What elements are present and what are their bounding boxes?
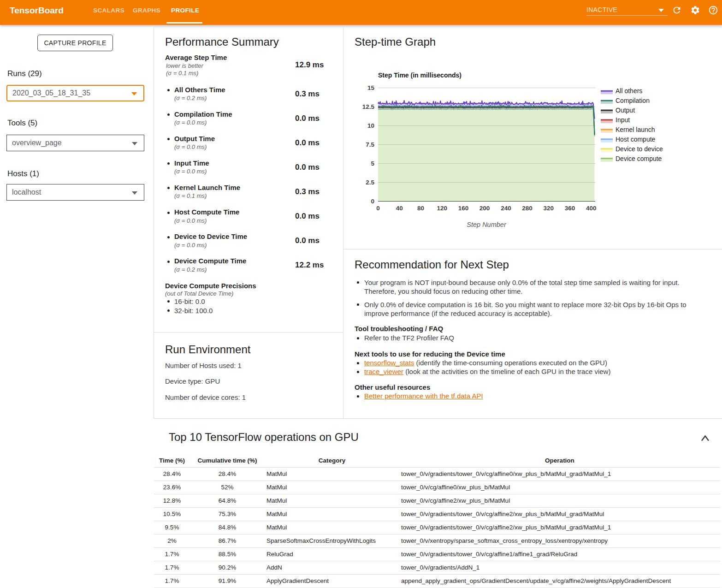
svg-text:15: 15 <box>367 84 375 91</box>
svg-text:Kernel launch: Kernel launch <box>615 126 655 133</box>
svg-text:240: 240 <box>501 205 511 212</box>
svg-text:160: 160 <box>458 205 469 212</box>
svg-text:360: 360 <box>565 205 575 212</box>
svg-text:400: 400 <box>586 205 597 212</box>
svg-text:0: 0 <box>376 205 380 212</box>
svg-text:Compilation: Compilation <box>615 97 650 104</box>
svg-text:2.5: 2.5 <box>366 179 374 186</box>
svg-text:200: 200 <box>479 205 490 212</box>
svg-text:10: 10 <box>367 122 374 129</box>
svg-text:7.5: 7.5 <box>366 141 374 148</box>
svg-text:Step Number: Step Number <box>467 221 507 228</box>
svg-text:Output: Output <box>615 107 635 114</box>
svg-text:0: 0 <box>371 198 374 205</box>
svg-text:40: 40 <box>396 205 403 212</box>
svg-text:80: 80 <box>417 205 424 212</box>
svg-text:5: 5 <box>371 160 374 167</box>
svg-text:12.5: 12.5 <box>362 103 375 110</box>
svg-text:All others: All others <box>615 87 642 95</box>
svg-text:280: 280 <box>522 205 533 212</box>
svg-text:Input: Input <box>615 116 630 124</box>
svg-text:Device compute: Device compute <box>615 155 662 162</box>
svg-text:Step Time (in milliseconds): Step Time (in milliseconds) <box>378 71 462 79</box>
svg-text:120: 120 <box>437 205 447 212</box>
svg-text:Device to device: Device to device <box>615 145 663 153</box>
svg-text:320: 320 <box>544 205 554 212</box>
svg-text:Host compute: Host compute <box>615 136 656 143</box>
